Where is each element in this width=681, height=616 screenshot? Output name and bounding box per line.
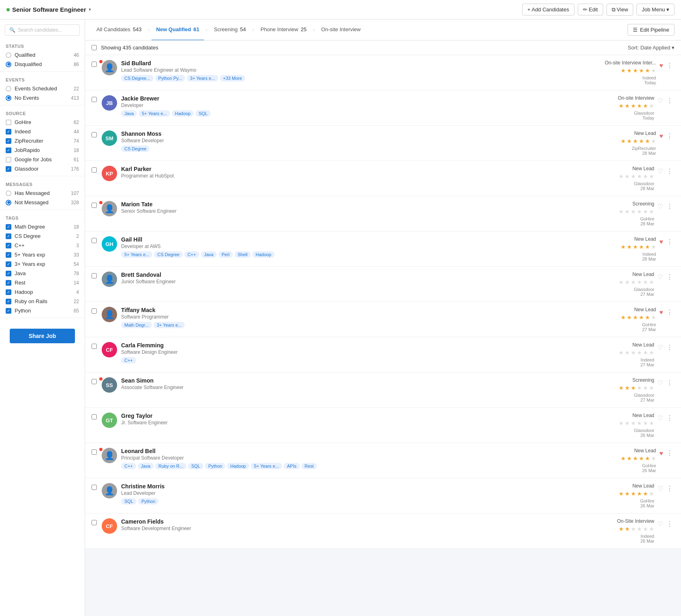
more-options-button[interactable]: ⋮ xyxy=(665,413,675,423)
more-options-button[interactable]: ⋮ xyxy=(665,449,675,458)
more-options-button[interactable]: ⋮ xyxy=(665,131,675,141)
candidate-row[interactable]: GH Gail Hill Developer at AWS 5+ Years e… xyxy=(85,231,681,267)
checkbox-control[interactable] xyxy=(6,280,11,286)
checkbox-control[interactable] xyxy=(6,224,11,230)
filter-item[interactable]: 5+ Years exp 33 xyxy=(0,250,85,259)
candidate-checkbox[interactable] xyxy=(92,238,97,243)
candidate-row[interactable]: CF Cameron Fields Software Development E… xyxy=(85,513,681,549)
add-candidates-button[interactable]: + Add Candidates xyxy=(522,4,574,15)
filter-item[interactable]: Google for Jobs 61 xyxy=(0,155,85,164)
checkbox-control[interactable] xyxy=(6,299,11,304)
filter-item[interactable]: 3+ Years exp 54 xyxy=(0,259,85,269)
like-button[interactable]: ♥ xyxy=(660,133,664,140)
filter-item[interactable]: Math Degree 18 xyxy=(0,222,85,231)
candidate-checkbox[interactable] xyxy=(92,485,97,490)
checkbox-control[interactable] xyxy=(6,166,11,172)
more-options-button[interactable]: ⋮ xyxy=(665,308,675,317)
radio-control[interactable] xyxy=(6,200,11,205)
filter-item[interactable]: Events Scheduled 22 xyxy=(0,84,85,93)
tab-all-candidates[interactable]: All Candidates 543 xyxy=(92,19,147,41)
checkbox-control[interactable] xyxy=(6,308,11,314)
filter-item[interactable]: Has Messaged 107 xyxy=(0,188,85,198)
like-button[interactable]: ♡ xyxy=(658,273,663,281)
like-button[interactable]: ♡ xyxy=(658,414,663,422)
candidate-row[interactable]: 👤 Marion Tate Senior Software Engineer S… xyxy=(85,196,681,231)
candidate-row[interactable]: SS Sean Simon Associate Software Enginee… xyxy=(85,372,681,408)
search-box[interactable]: 🔍 Search candidates... xyxy=(5,24,80,36)
candidate-row[interactable]: 👤 Leonard Bell Principal Software Develo… xyxy=(85,443,681,478)
candidate-checkbox[interactable] xyxy=(92,449,97,455)
like-button[interactable]: ♥ xyxy=(660,450,664,457)
like-button[interactable]: ♥ xyxy=(660,238,664,246)
like-button[interactable]: ♡ xyxy=(658,97,663,105)
radio-control[interactable] xyxy=(6,62,11,67)
tab-screening[interactable]: Screening 54 xyxy=(209,19,251,41)
filter-item[interactable]: C++ 3 xyxy=(0,241,85,250)
sort-button[interactable]: Sort: Date Applied ▾ xyxy=(628,45,675,51)
filter-item[interactable]: No Events 413 xyxy=(0,93,85,103)
candidate-checkbox[interactable] xyxy=(92,379,97,384)
candidate-checkbox[interactable] xyxy=(92,62,97,67)
like-button[interactable]: ♡ xyxy=(658,379,663,387)
candidate-checkbox[interactable] xyxy=(92,273,97,278)
checkbox-control[interactable] xyxy=(6,252,11,258)
candidate-checkbox[interactable] xyxy=(92,414,97,419)
candidate-row[interactable]: SM Shannon Moss Software Developer CS De… xyxy=(85,126,681,161)
candidate-row[interactable]: 👤 Christine Morris Lead Developer SQLPyt… xyxy=(85,478,681,513)
more-options-button[interactable]: ⋮ xyxy=(665,378,675,387)
filter-item[interactable]: Hadoop 4 xyxy=(0,287,85,297)
filter-item[interactable]: Ruby on Rails 22 xyxy=(0,297,85,306)
filter-item[interactable]: JobRapido 18 xyxy=(0,145,85,155)
radio-control[interactable] xyxy=(6,95,11,101)
filter-item[interactable]: Python 65 xyxy=(0,306,85,315)
candidate-row[interactable]: CF Carla Flemming Software Design Engine… xyxy=(85,337,681,372)
candidate-row[interactable]: GT Greg Taylor Jr. Software Engineer New… xyxy=(85,408,681,443)
edit-pipeline-button[interactable]: ☰ Edit Pipeline xyxy=(628,24,675,36)
like-button[interactable]: ♡ xyxy=(658,167,663,175)
candidate-checkbox[interactable] xyxy=(92,132,97,137)
radio-control[interactable] xyxy=(6,190,11,196)
tab-new-qualified[interactable]: New Qualified 61 xyxy=(152,19,204,41)
more-options-button[interactable]: ⋮ xyxy=(665,519,675,528)
checkbox-control[interactable] xyxy=(6,233,11,239)
candidate-row[interactable]: KP Karl Parker Programmer at HubSpot New… xyxy=(85,161,681,196)
more-options-button[interactable]: ⋮ xyxy=(665,167,675,176)
checkbox-control[interactable] xyxy=(6,138,11,144)
candidate-checkbox[interactable] xyxy=(92,520,97,525)
candidate-checkbox[interactable] xyxy=(92,203,97,208)
share-job-button[interactable]: Share Job xyxy=(10,329,75,343)
more-options-button[interactable]: ⋮ xyxy=(665,202,675,211)
more-options-button[interactable]: ⋮ xyxy=(665,484,675,493)
select-all-checkbox[interactable] xyxy=(92,45,97,50)
radio-control[interactable] xyxy=(6,86,11,92)
candidate-checkbox[interactable] xyxy=(92,167,97,173)
view-button[interactable]: ⧉ View xyxy=(606,4,634,16)
candidate-row[interactable]: JB Jackie Brewer Developer Java5+ Years … xyxy=(85,90,681,126)
like-button[interactable]: ♡ xyxy=(658,485,663,492)
candidate-row[interactable]: 👤 Tiffany Mack Software Programmer Math … xyxy=(85,302,681,337)
more-options-button[interactable]: ⋮ xyxy=(665,272,675,282)
tab-on-site-interview[interactable]: On-site Interview xyxy=(316,19,366,41)
filter-item[interactable]: Java 78 xyxy=(0,269,85,278)
radio-control[interactable] xyxy=(6,52,11,58)
filter-item[interactable]: Rest 14 xyxy=(0,278,85,287)
edit-button[interactable]: ✏ Edit xyxy=(578,4,603,15)
tab-phone-interview[interactable]: Phone Interview 25 xyxy=(256,19,312,41)
filter-item[interactable]: Disqualified 86 xyxy=(0,60,85,69)
checkbox-control[interactable] xyxy=(6,271,11,276)
filter-item[interactable]: Not Messaged 328 xyxy=(0,198,85,207)
checkbox-control[interactable] xyxy=(6,157,11,163)
checkbox-control[interactable] xyxy=(6,120,11,125)
like-button[interactable]: ♡ xyxy=(658,203,663,210)
candidate-checkbox[interactable] xyxy=(92,344,97,349)
candidate-checkbox[interactable] xyxy=(92,308,97,314)
more-options-button[interactable]: ⋮ xyxy=(665,96,675,105)
more-options-button[interactable]: ⋮ xyxy=(665,343,675,352)
checkbox-control[interactable] xyxy=(6,129,11,135)
more-options-button[interactable]: ⋮ xyxy=(665,61,675,70)
filter-item[interactable]: ZipRecruiter 74 xyxy=(0,136,85,145)
more-options-button[interactable]: ⋮ xyxy=(665,237,675,246)
filter-item[interactable]: CS Degree 2 xyxy=(0,231,85,241)
like-button[interactable]: ♥ xyxy=(660,62,664,69)
like-button[interactable]: ♥ xyxy=(660,309,664,316)
